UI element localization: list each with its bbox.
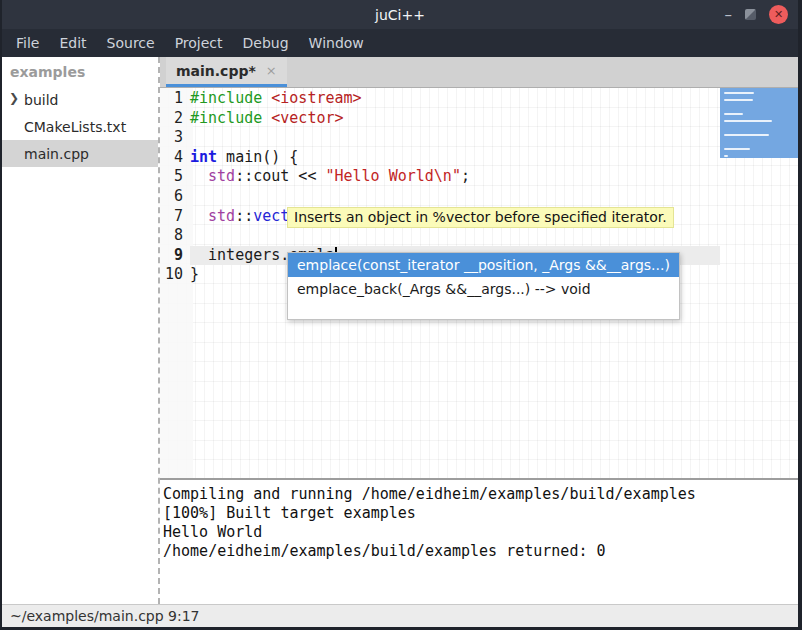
terminal-line: Compiling and running /home/eidheim/exam… bbox=[163, 485, 798, 504]
menu-item-file[interactable]: File bbox=[6, 31, 49, 55]
menu-item-project[interactable]: Project bbox=[165, 31, 233, 55]
tab-label: main.cpp* bbox=[176, 63, 256, 79]
code-line[interactable]: 1#include <iostream> bbox=[160, 89, 798, 109]
tab-bar: main.cpp*× bbox=[160, 57, 798, 88]
menu-item-window[interactable]: Window bbox=[299, 31, 374, 55]
close-button-icon[interactable]: ✕ bbox=[769, 5, 788, 24]
code-line[interactable]: 4int main() { bbox=[160, 148, 798, 168]
line-number: 3 bbox=[160, 128, 186, 148]
code-text bbox=[190, 226, 720, 246]
code-segment: std bbox=[208, 207, 235, 225]
code-segment: #include bbox=[190, 109, 262, 127]
menu-item-source[interactable]: Source bbox=[97, 31, 165, 55]
autocomplete-popup: emplace(const_iterator __position, _Args… bbox=[287, 252, 680, 320]
code-text: int main() { bbox=[190, 148, 720, 168]
code-segment: std bbox=[208, 167, 235, 185]
minimap-line bbox=[724, 113, 743, 115]
terminal-line: Hello World bbox=[163, 523, 798, 542]
code-segment: #include bbox=[190, 89, 262, 107]
line-number: 7 bbox=[160, 207, 186, 227]
code-segment: ; bbox=[461, 167, 470, 185]
line-number: 1 bbox=[160, 89, 186, 109]
code-text: #include <iostream> bbox=[190, 89, 720, 109]
tab-maincpp[interactable]: main.cpp*× bbox=[166, 57, 287, 87]
line-number: 6 bbox=[160, 187, 186, 207]
code-segment bbox=[262, 89, 271, 107]
code-line[interactable]: 6 bbox=[160, 187, 798, 207]
code-segment bbox=[190, 167, 208, 185]
code-segment bbox=[262, 109, 271, 127]
source-overview-minimap[interactable] bbox=[720, 88, 798, 158]
sidebar-item-label: build bbox=[24, 92, 58, 108]
completion-item[interactable]: emplace(const_iterator __position, _Args… bbox=[288, 253, 679, 277]
doc-tooltip: Inserts an object in %vector before spec… bbox=[287, 207, 674, 228]
code-line[interactable]: 2#include <vector> bbox=[160, 109, 798, 129]
code-segment: ::cout << bbox=[235, 167, 325, 185]
line-number: 8 bbox=[160, 226, 186, 246]
code-segment: :: bbox=[235, 207, 253, 225]
app-window: juCi++ – ✕ FileEditSourceProjectDebugWin… bbox=[0, 0, 802, 630]
code-segment: "Hello World\n" bbox=[325, 167, 460, 185]
line-number: 2 bbox=[160, 109, 186, 129]
build-output-terminal[interactable]: Compiling and running /home/eidheim/exam… bbox=[160, 480, 798, 604]
titlebar[interactable]: juCi++ – ✕ bbox=[2, 0, 798, 29]
menu-item-debug[interactable]: Debug bbox=[233, 31, 299, 55]
menubar: FileEditSourceProjectDebugWindow bbox=[2, 29, 798, 57]
code-segment: main() { bbox=[217, 148, 298, 166]
code-text: std::cout << "Hello World\n"; bbox=[190, 167, 720, 187]
line-number: 5 bbox=[160, 167, 186, 187]
minimap-line bbox=[724, 120, 772, 122]
content-area: examples ❯buildCMakeLists.txtmain.cpp ma… bbox=[2, 57, 798, 604]
code-segment: <iostream> bbox=[271, 89, 361, 107]
status-bar: ~/examples/main.cpp 9:17 bbox=[2, 604, 798, 627]
window-controls: – ✕ bbox=[725, 5, 799, 24]
code-text: #include <vector> bbox=[190, 109, 720, 129]
terminal-line: /home/eidheim/examples/build/examples re… bbox=[163, 542, 798, 561]
minimap-line bbox=[724, 155, 728, 157]
menu-item-edit[interactable]: Edit bbox=[49, 31, 96, 55]
code-segment: <vector> bbox=[271, 109, 343, 127]
sidebar-item-main.cpp[interactable]: main.cpp bbox=[2, 140, 158, 167]
minimap-line bbox=[724, 92, 754, 94]
project-name-header: examples bbox=[2, 57, 158, 86]
sidebar-item-cmakelists.txt[interactable]: CMakeLists.txt bbox=[2, 113, 158, 140]
code-editor[interactable]: 1#include <iostream>2#include <vector>34… bbox=[160, 88, 798, 480]
line-number: 9 bbox=[160, 246, 186, 266]
code-segment: } bbox=[190, 265, 199, 283]
main-column: main.cpp*× 1#include <iostream>2#include… bbox=[160, 57, 798, 604]
sidebar-item-label: CMakeLists.txt bbox=[24, 119, 126, 135]
code-line[interactable]: 8 bbox=[160, 226, 798, 246]
restore-button-icon[interactable] bbox=[745, 9, 756, 20]
file-tree-sidebar: examples ❯buildCMakeLists.txtmain.cpp bbox=[2, 57, 160, 604]
terminal-line: [100%] Built target examples bbox=[163, 504, 798, 523]
code-line[interactable]: 3 bbox=[160, 128, 798, 148]
minimap-line bbox=[724, 148, 750, 150]
window-title: juCi++ bbox=[2, 7, 798, 23]
minimize-button-icon[interactable]: – bbox=[725, 10, 733, 20]
code-text bbox=[190, 187, 720, 207]
sidebar-item-build[interactable]: ❯build bbox=[2, 86, 158, 113]
code-segment bbox=[190, 207, 208, 225]
code-text bbox=[190, 128, 720, 148]
minimap-line bbox=[724, 134, 769, 136]
code-line[interactable]: 5 std::cout << "Hello World\n"; bbox=[160, 167, 798, 187]
sidebar-item-label: main.cpp bbox=[24, 146, 89, 162]
file-tree: ❯buildCMakeLists.txtmain.cpp bbox=[2, 86, 158, 167]
minimap-line bbox=[724, 99, 753, 101]
chevron-right-icon[interactable]: ❯ bbox=[9, 91, 19, 105]
tab-close-icon[interactable]: × bbox=[266, 63, 277, 78]
status-file-position: ~/examples/main.cpp 9:17 bbox=[10, 608, 200, 624]
line-number: 4 bbox=[160, 148, 186, 168]
completion-item[interactable]: emplace_back(_Args &&__args...) --> void bbox=[288, 277, 679, 301]
code-segment: int bbox=[190, 148, 217, 166]
line-number: 10 bbox=[160, 265, 186, 285]
